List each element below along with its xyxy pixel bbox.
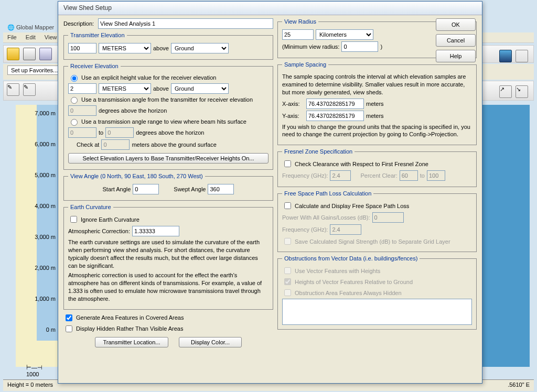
receiver-opt-range-radio[interactable]	[71, 119, 78, 126]
obstruction-list[interactable]	[282, 299, 472, 325]
fspl-calc-checkbox[interactable]	[284, 202, 291, 209]
receiver-check-input	[101, 139, 130, 150]
sample-y-input[interactable]	[306, 111, 364, 121]
transmitter-value-input[interactable]	[68, 43, 96, 53]
receiver-unit-select[interactable]: METERS	[99, 83, 151, 94]
draw-icon[interactable]: ✎	[7, 83, 19, 96]
start-angle-input[interactable]	[133, 184, 159, 194]
receiver-range-to-input	[105, 127, 134, 138]
fspl-group: Free Space Path Loss Calculation Calcula…	[277, 190, 477, 252]
sample-spacing-group: Sample Spacing The sample spacing contro…	[277, 61, 477, 145]
swept-angle-input[interactable]	[208, 184, 234, 194]
view-angle-group: View Angle (0 North, 90 East, 180 South,…	[63, 173, 273, 201]
cancel-button[interactable]: Cancel	[436, 34, 476, 47]
transmitter-elevation-group: Transmitter Elevation METERS above Groun…	[63, 32, 273, 60]
display-hidden-checkbox[interactable]	[66, 325, 72, 332]
tool-b-icon[interactable]: ↘	[515, 85, 528, 98]
receiver-value-input[interactable]	[68, 83, 96, 94]
view-radius-input[interactable]	[282, 29, 314, 40]
fresnel-group: Fresnel Zone Specification Check Clearan…	[277, 148, 477, 187]
earth-note-2: Atmospheric correction is used to accoun…	[68, 271, 268, 302]
viewshed-dialog: View Shed Setup Description: Transmitter…	[58, 1, 482, 384]
receiver-range-from-input	[68, 127, 96, 138]
obstruction-opt2-checkbox	[284, 278, 291, 285]
obstruction-opt1-checkbox	[284, 267, 291, 274]
description-label: Description:	[63, 20, 94, 27]
view-radius-unit-select[interactable]: Kilometers	[316, 29, 373, 40]
scale-bar: ⊢—⊣1000	[26, 364, 42, 377]
obstruction-opt3-checkbox	[284, 289, 291, 296]
fresnel-check-checkbox[interactable]	[284, 160, 291, 167]
menu-view[interactable]: View	[45, 34, 57, 40]
status-coords: .5610" E	[508, 382, 530, 389]
help-button[interactable]: Help	[436, 50, 476, 62]
receiver-angle-input	[68, 105, 96, 116]
elevation-scale: 7,000 m 6,000 m 5,000 m 4,000 m 3,000 m …	[16, 110, 58, 357]
save-icon[interactable]	[23, 48, 36, 60]
fspl-save-checkbox	[284, 238, 291, 245]
transmitter-above-select[interactable]: Ground	[171, 43, 229, 53]
generate-covered-checkbox[interactable]	[66, 314, 72, 321]
fresnel-pct-to-input	[427, 170, 445, 181]
monitor-icon[interactable]	[499, 50, 512, 62]
menu-edit[interactable]: Edit	[26, 34, 36, 40]
receiver-opt-explicit-radio[interactable]	[71, 75, 78, 82]
favorites-label[interactable]: Set up Favorites...	[7, 66, 61, 75]
receiver-above-select[interactable]: Ground	[171, 83, 229, 94]
fresnel-pct-from-input	[400, 170, 418, 181]
select-elevation-layers-button[interactable]: Select Elevation Layers to Base Transmit…	[68, 153, 268, 164]
fspl-freq-input	[330, 224, 361, 235]
obstruction-group: Obstructions from Vector Data (i.e. buil…	[277, 255, 477, 330]
status-height: Height = 0 meters	[7, 382, 53, 389]
arrows-icon[interactable]	[515, 50, 528, 62]
erase-icon[interactable]: ✎	[23, 83, 36, 96]
display-color-button[interactable]: Display Color...	[179, 337, 242, 347]
open-icon[interactable]	[7, 48, 19, 60]
print-icon[interactable]	[39, 48, 52, 60]
sample-x-input[interactable]	[306, 99, 364, 109]
atmospheric-correction-input[interactable]	[132, 226, 179, 236]
tool-a-icon[interactable]: ↗	[499, 85, 512, 98]
receiver-elevation-group: Receiver Elevation Use an explicit heigh…	[63, 63, 273, 170]
description-input[interactable]	[98, 18, 273, 29]
menu-file[interactable]: File	[7, 34, 17, 40]
receiver-opt-angle-radio[interactable]	[71, 97, 78, 104]
earth-note-1: The earth curvature settings are used to…	[68, 238, 268, 269]
fresnel-freq-input	[330, 170, 351, 181]
ok-button[interactable]: OK	[436, 18, 476, 31]
fspl-power-input	[372, 212, 404, 223]
dialog-title: View Shed Setup	[58, 2, 482, 15]
min-view-radius-input[interactable]	[341, 41, 378, 52]
ignore-curvature-checkbox[interactable]	[70, 216, 77, 223]
transmitter-location-button[interactable]: Transmitter Location...	[95, 337, 168, 347]
earth-curvature-group: Earth Curvature Ignore Earth Curvature A…	[63, 204, 273, 310]
transmitter-unit-select[interactable]: METERS	[99, 43, 151, 53]
